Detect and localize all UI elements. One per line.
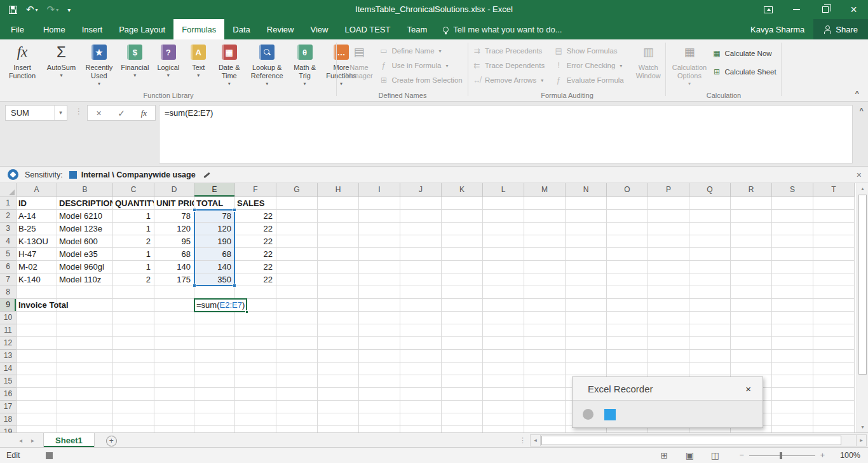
cell-T13[interactable]: [813, 350, 855, 363]
enter-formula-button[interactable]: ✓: [110, 106, 132, 120]
cell-L11[interactable]: [483, 324, 524, 337]
cell-N9[interactable]: [566, 299, 607, 312]
row-header-5[interactable]: 5: [0, 248, 17, 261]
cell-G8[interactable]: [276, 286, 318, 299]
cell-P4[interactable]: [648, 235, 689, 248]
cell-J11[interactable]: [400, 324, 442, 337]
error-checking-button[interactable]: ! Error Checking▾: [554, 59, 624, 72]
cell-T4[interactable]: [813, 235, 855, 248]
cell-S5[interactable]: [772, 248, 813, 261]
cell-L10[interactable]: [483, 312, 524, 324]
zoom-slider[interactable]: − +: [739, 451, 825, 460]
cell-E11[interactable]: [194, 324, 235, 337]
cell-T6[interactable]: [813, 261, 855, 273]
cell-S10[interactable]: [772, 312, 813, 324]
cell-I3[interactable]: [359, 223, 400, 235]
cell-A5[interactable]: H-47: [17, 248, 57, 261]
show-formulas-button[interactable]: ▤ Show Formulas: [554, 45, 624, 57]
cell-A7[interactable]: K-140: [17, 273, 57, 286]
cell-L8[interactable]: [483, 286, 524, 299]
cell-G16[interactable]: [276, 388, 318, 401]
cell-E18[interactable]: [194, 413, 235, 426]
tab-formulas[interactable]: Formulas: [173, 19, 224, 39]
cell-A17[interactable]: [17, 401, 57, 413]
cell-E6[interactable]: 140: [194, 261, 235, 273]
text-button[interactable]: A Text ▾: [186, 39, 211, 88]
column-header-N[interactable]: N: [566, 183, 607, 197]
cell-Q4[interactable]: [689, 235, 731, 248]
cell-S13[interactable]: [772, 350, 813, 363]
name-box[interactable]: SUM ▾: [5, 105, 67, 121]
cell-S7[interactable]: [772, 273, 813, 286]
cell-M6[interactable]: [524, 261, 566, 273]
cell-H6[interactable]: [318, 261, 359, 273]
cell-C8[interactable]: [113, 286, 154, 299]
cell-L6[interactable]: [483, 261, 524, 273]
cell-J7[interactable]: [400, 273, 442, 286]
cell-N1[interactable]: [566, 197, 607, 210]
cell-A15[interactable]: [17, 375, 57, 388]
cell-K14[interactable]: [442, 363, 483, 375]
calculate-now-button[interactable]: ▦ Calculate Now: [712, 47, 776, 60]
cell-R2[interactable]: [731, 210, 772, 223]
cell-P2[interactable]: [648, 210, 689, 223]
page-break-preview-button[interactable]: ◫: [702, 450, 728, 460]
cell-K7[interactable]: [442, 273, 483, 286]
evaluate-formula-button[interactable]: ƒ Evaluate Formula: [554, 74, 624, 86]
cell-M7[interactable]: [524, 273, 566, 286]
scroll-right-icon[interactable]: ▸: [856, 434, 867, 446]
cell-J16[interactable]: [400, 388, 442, 401]
cell-Q1[interactable]: [689, 197, 731, 210]
cell-B1[interactable]: DESCRIPTION: [57, 197, 113, 210]
column-header-J[interactable]: J: [400, 183, 442, 197]
cell-K5[interactable]: [442, 248, 483, 261]
cell-D3[interactable]: 120: [154, 223, 194, 235]
cell-R5[interactable]: [731, 248, 772, 261]
cell-E13[interactable]: [194, 350, 235, 363]
cell-E3[interactable]: 120: [194, 223, 235, 235]
cell-P8[interactable]: [648, 286, 689, 299]
column-header-L[interactable]: L: [483, 183, 524, 197]
cell-D19[interactable]: [154, 426, 194, 432]
cell-O9[interactable]: [607, 299, 648, 312]
cell-E8[interactable]: [194, 286, 235, 299]
cell-C1[interactable]: QUANTITY: [113, 197, 154, 210]
cell-M9[interactable]: [524, 299, 566, 312]
cell-H14[interactable]: [318, 363, 359, 375]
select-all-corner[interactable]: [0, 183, 17, 197]
cell-J1[interactable]: [400, 197, 442, 210]
cell-B5[interactable]: Model e35: [57, 248, 113, 261]
cell-C13[interactable]: [113, 350, 154, 363]
cell-M14[interactable]: [524, 363, 566, 375]
scroll-left-icon[interactable]: ◂: [530, 434, 541, 446]
page-layout-view-button[interactable]: ▣: [677, 450, 702, 460]
fill-handle[interactable]: [245, 310, 248, 314]
cell-F12[interactable]: [235, 337, 276, 350]
cell-F18[interactable]: [235, 413, 276, 426]
edit-sensitivity-icon[interactable]: [202, 170, 211, 179]
cell-A18[interactable]: [17, 413, 57, 426]
cell-O11[interactable]: [607, 324, 648, 337]
cell-F4[interactable]: 22: [235, 235, 276, 248]
cell-L19[interactable]: [483, 426, 524, 432]
cell-H4[interactable]: [318, 235, 359, 248]
cell-I10[interactable]: [359, 312, 400, 324]
cell-S15[interactable]: [772, 375, 813, 388]
cell-I14[interactable]: [359, 363, 400, 375]
cell-R11[interactable]: [731, 324, 772, 337]
cell-S4[interactable]: [772, 235, 813, 248]
column-header-H[interactable]: H: [318, 183, 359, 197]
cell-R8[interactable]: [731, 286, 772, 299]
zoom-in-icon[interactable]: +: [820, 451, 825, 460]
cell-T8[interactable]: [813, 286, 855, 299]
cell-K16[interactable]: [442, 388, 483, 401]
cell-F17[interactable]: [235, 401, 276, 413]
column-header-O[interactable]: O: [607, 183, 648, 197]
tab-insert[interactable]: Insert: [74, 19, 111, 39]
cell-R1[interactable]: [731, 197, 772, 210]
cell-R13[interactable]: [731, 350, 772, 363]
cell-G13[interactable]: [276, 350, 318, 363]
cell-I8[interactable]: [359, 286, 400, 299]
cell-C9[interactable]: [113, 299, 154, 312]
cell-F6[interactable]: 22: [235, 261, 276, 273]
